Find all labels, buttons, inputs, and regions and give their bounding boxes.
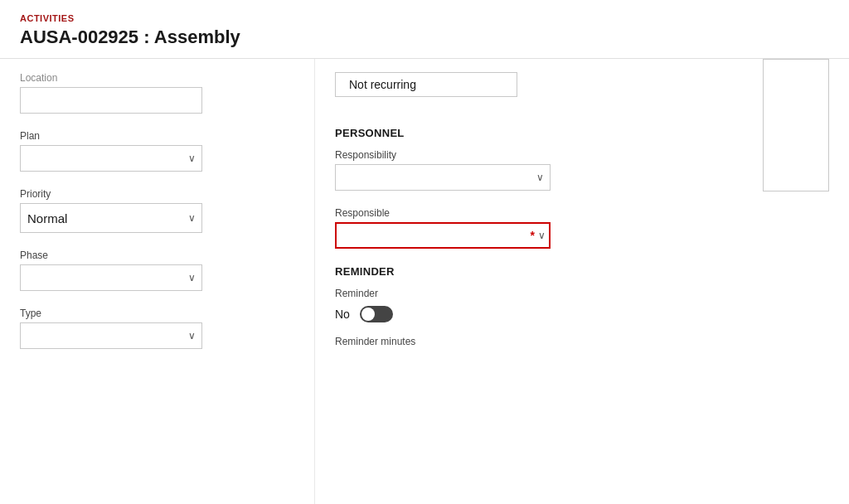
- responsibility-label: Responsibility: [335, 149, 829, 161]
- priority-value: Normal: [27, 211, 67, 225]
- right-panel: Not recurring PERSONNEL Responsibility ∨…: [315, 59, 849, 504]
- left-panel: Location Plan ∨ Priority Normal: [0, 59, 315, 504]
- toggle-knob: [361, 308, 375, 321]
- location-input-wrapper: [20, 87, 202, 114]
- reminder-toggle-row: No: [335, 306, 829, 322]
- reminder-minutes-label: Reminder minutes: [335, 336, 829, 347]
- location-label: Location: [20, 72, 294, 84]
- priority-label: Priority: [20, 188, 294, 200]
- reminder-section: REMINDER Reminder No Reminder minutes: [335, 265, 829, 347]
- page-title: AUSA-002925 : Assembly: [20, 27, 829, 48]
- plan-select-wrapper: ∨: [20, 145, 202, 172]
- plan-group: Plan ∨: [20, 130, 294, 172]
- page-container: ACTIVITIES AUSA-002925 : Assembly Locati…: [0, 0, 849, 504]
- type-group: Type ∨: [20, 308, 294, 349]
- phase-select[interactable]: [20, 264, 202, 291]
- reminder-label: Reminder: [335, 288, 829, 299]
- location-group: Location: [20, 72, 294, 114]
- recurring-text: Not recurring: [335, 72, 517, 97]
- responsible-input[interactable]: [335, 222, 551, 249]
- responsibility-select-wrapper: ∨: [335, 164, 551, 191]
- personnel-title: PERSONNEL: [335, 127, 829, 139]
- type-select-wrapper: ∨: [20, 322, 202, 349]
- phase-group: Phase ∨: [20, 250, 294, 291]
- priority-group: Priority Normal ∨: [20, 188, 294, 233]
- type-label: Type: [20, 308, 294, 319]
- responsible-label: Responsible: [335, 207, 829, 219]
- responsibility-group: Responsibility ∨: [335, 149, 829, 191]
- content-area: Location Plan ∨ Priority Normal: [0, 59, 849, 504]
- type-select[interactable]: [20, 322, 202, 349]
- responsibility-select[interactable]: [335, 164, 551, 191]
- responsible-icons: * ∨: [531, 229, 546, 242]
- phase-label: Phase: [20, 250, 294, 261]
- section-label: ACTIVITIES: [20, 13, 829, 23]
- plan-label: Plan: [20, 130, 294, 142]
- right-side-box: [763, 59, 829, 191]
- reminder-toggle-state-label: No: [335, 308, 350, 321]
- phase-select-wrapper: ∨: [20, 264, 202, 291]
- plan-select[interactable]: [20, 145, 202, 172]
- required-asterisk-icon: *: [531, 229, 535, 242]
- reminder-title: REMINDER: [335, 265, 829, 278]
- reminder-toggle[interactable]: [360, 306, 393, 322]
- priority-select[interactable]: Normal: [20, 203, 202, 233]
- recurring-group: Not recurring: [335, 72, 829, 110]
- personnel-section: PERSONNEL Responsibility ∨ Responsible: [335, 127, 829, 249]
- responsible-chevron-icon: ∨: [538, 230, 546, 241]
- responsible-input-wrapper: * ∨: [335, 222, 551, 249]
- responsible-group: Responsible * ∨: [335, 207, 829, 249]
- priority-select-wrapper: Normal ∨: [20, 203, 202, 233]
- location-input[interactable]: [20, 87, 202, 114]
- header: ACTIVITIES AUSA-002925 : Assembly: [0, 0, 849, 59]
